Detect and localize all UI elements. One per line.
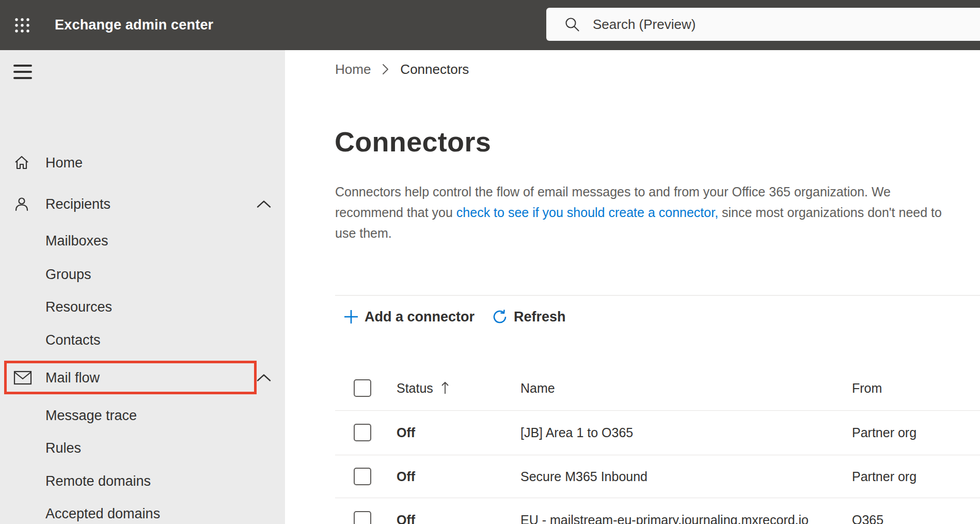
app-launcher-icon: [14, 18, 30, 33]
sidebar-item-label: Recipients: [45, 196, 110, 212]
column-header-name[interactable]: Name: [520, 381, 555, 396]
breadcrumb-home-link[interactable]: Home: [335, 61, 371, 78]
row-status: Off: [397, 513, 415, 524]
sidebar-item-message-trace[interactable]: Message trace: [0, 401, 285, 430]
sort-ascending-icon: [440, 380, 450, 396]
sidebar-item-resources[interactable]: Resources: [0, 292, 285, 321]
plus-icon: [343, 309, 359, 325]
sidebar-item-contacts[interactable]: Contacts: [0, 326, 285, 355]
status-header-label: Status: [397, 381, 433, 396]
check-connector-link[interactable]: check to see if you should create a conn…: [456, 205, 718, 220]
column-header-status[interactable]: Status: [397, 380, 450, 396]
command-bar: Add a connector Refresh: [343, 304, 566, 329]
sidebar-item-rules[interactable]: Rules: [0, 434, 285, 463]
sidebar-item-remote-domains[interactable]: Remote domains: [0, 467, 285, 496]
sidebar-item-label: Rules: [45, 440, 81, 456]
sidebar-item-mailboxes[interactable]: Mailboxes: [0, 226, 285, 255]
hamburger-menu-button[interactable]: [13, 65, 32, 79]
table-header-row: Status Name From: [285, 366, 980, 410]
row-from: O365: [852, 513, 883, 524]
sidebar-item-label: Message trace: [45, 408, 137, 424]
refresh-icon: [491, 308, 509, 326]
row-name[interactable]: EU - mailstream-eu-primary.journaling.mx…: [520, 513, 809, 524]
page-title: Connectors: [335, 126, 491, 158]
person-icon: [13, 196, 30, 212]
chevron-right-icon: [382, 64, 389, 75]
app-title: Exchange admin center: [55, 0, 213, 50]
select-all-checkbox[interactable]: [354, 379, 371, 397]
table-row[interactable]: Off EU - mailstream-eu-primary.journalin…: [285, 498, 980, 524]
row-checkbox[interactable]: [354, 424, 371, 441]
sidebar-item-recipients[interactable]: Recipients: [0, 190, 285, 219]
refresh-label: Refresh: [514, 309, 566, 325]
page-description: Connectors help control the flow of emai…: [335, 181, 961, 243]
breadcrumb: Home Connectors: [335, 60, 469, 78]
main-content: Home Connectors Connectors Connectors he…: [285, 50, 980, 524]
sidebar-item-label: Accepted domains: [45, 506, 160, 522]
row-name[interactable]: Secure M365 Inbound: [520, 469, 647, 484]
table-row[interactable]: Off [JB] Area 1 to O365 Partner org: [285, 410, 980, 455]
top-bar: Exchange admin center: [0, 0, 980, 50]
sidebar-item-label: Home: [45, 155, 83, 171]
app-launcher-button[interactable]: [13, 17, 31, 34]
breadcrumb-current: Connectors: [400, 61, 469, 78]
sidebar-item-label: Contacts: [45, 332, 101, 348]
sidebar-item-accepted-domains[interactable]: Accepted domains: [0, 499, 285, 524]
column-header-from[interactable]: From: [852, 381, 882, 396]
search-box[interactable]: [546, 8, 980, 41]
sidebar-item-label: Remote domains: [45, 473, 151, 489]
row-from: Partner org: [852, 469, 916, 484]
sidebar-item-label: Groups: [45, 267, 91, 283]
sidebar-item-label: Mail flow: [45, 370, 100, 386]
add-connector-button[interactable]: Add a connector: [343, 309, 475, 325]
row-from: Partner org: [852, 425, 916, 440]
chevron-up-icon: [257, 374, 271, 382]
row-checkbox[interactable]: [354, 468, 371, 485]
mail-icon: [13, 370, 32, 386]
row-checkbox[interactable]: [354, 511, 371, 524]
row-status: Off: [397, 425, 415, 440]
add-connector-label: Add a connector: [365, 309, 475, 325]
refresh-button[interactable]: Refresh: [491, 308, 566, 326]
sidebar-item-label: Resources: [45, 299, 112, 315]
chevron-up-icon: [257, 201, 271, 208]
row-name[interactable]: [JB] Area 1 to O365: [520, 425, 633, 440]
sidebar-item-label: Mailboxes: [45, 233, 108, 249]
home-icon: [13, 155, 30, 171]
sidebar-item-mail-flow[interactable]: Mail flow: [0, 363, 285, 392]
row-status: Off: [397, 469, 415, 484]
sidebar-item-home[interactable]: Home: [0, 148, 285, 177]
search-input[interactable]: [593, 17, 903, 33]
sidebar-item-groups[interactable]: Groups: [0, 260, 285, 289]
table-row[interactable]: Off Secure M365 Inbound Partner org: [285, 455, 980, 498]
toolbar-divider: [335, 295, 980, 296]
sidebar: Home Recipients Mailboxes Groups Resourc…: [0, 50, 285, 524]
search-icon: [564, 16, 580, 33]
